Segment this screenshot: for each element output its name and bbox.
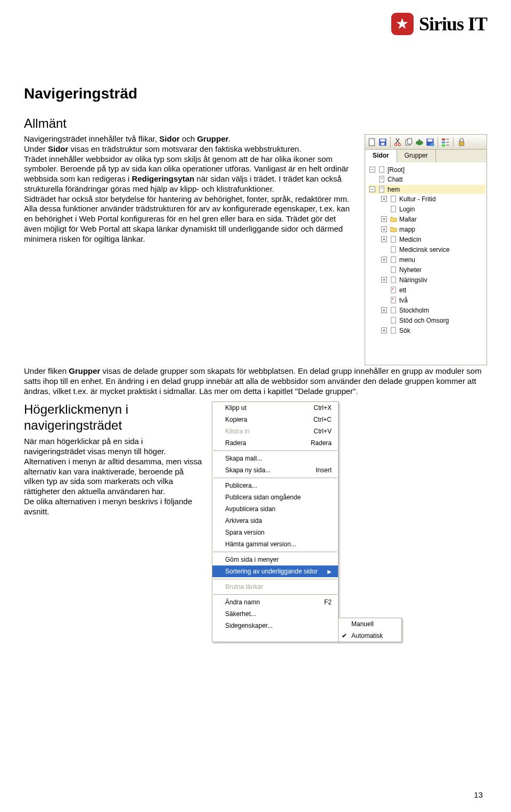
menu-skapa-mall[interactable]: Skapa mall... bbox=[212, 453, 338, 464]
para3: När man högerklickar på en sida i navige… bbox=[24, 437, 202, 516]
page-title: Navigeringsträd bbox=[24, 85, 487, 102]
tree-item-naringsliv[interactable]: +Näringsliv bbox=[380, 275, 485, 284]
para2-container: Under fliken Grupper visas de delade gru… bbox=[24, 366, 487, 396]
menu-gom-sida[interactable]: Göm sida i menyer bbox=[212, 554, 338, 565]
collapse-icon[interactable]: − bbox=[369, 167, 375, 173]
collapse-icon[interactable]: − bbox=[369, 186, 375, 192]
page-icon bbox=[390, 235, 398, 243]
tree-item-stod[interactable]: Stöd och Omsorg bbox=[380, 316, 485, 325]
submenu-automatisk[interactable]: ✔Automatisk bbox=[339, 630, 401, 642]
menu-sidegenskaper[interactable]: Sidegenskaper... bbox=[212, 620, 338, 631]
svg-rect-27 bbox=[380, 186, 384, 192]
tree-icon[interactable] bbox=[441, 137, 450, 147]
tree-item-menu[interactable]: +menu bbox=[380, 255, 485, 264]
section-allmant-heading: Allmänt bbox=[24, 116, 487, 131]
tree-label: Nyheter bbox=[399, 266, 422, 274]
expand-icon[interactable]: + bbox=[381, 257, 387, 263]
submenu-manuell[interactable]: Manuell bbox=[339, 618, 401, 630]
menu-separator bbox=[213, 594, 337, 595]
expand-icon[interactable]: + bbox=[381, 216, 387, 222]
svg-rect-24 bbox=[380, 176, 384, 182]
new-page-icon[interactable] bbox=[367, 137, 377, 147]
expand-icon[interactable]: + bbox=[381, 277, 387, 283]
svg-point-8 bbox=[398, 143, 401, 146]
context-menus: Klipp utCtrl+X KopieraCtrl+C Klistra inC… bbox=[212, 401, 402, 642]
menu-skapa-ny-sida[interactable]: Skapa ny sida...Insert bbox=[212, 464, 338, 476]
svg-rect-22 bbox=[459, 141, 464, 145]
expand-icon[interactable]: + bbox=[381, 327, 387, 333]
context-menu-main: Klipp utCtrl+X KopieraCtrl+C Klistra inC… bbox=[212, 401, 339, 642]
expand-icon[interactable]: + bbox=[381, 307, 387, 313]
folder-icon bbox=[390, 215, 398, 223]
tree-label: [Root] bbox=[388, 166, 405, 174]
tree-root[interactable]: −[Root] bbox=[368, 165, 485, 174]
menu-sortering[interactable]: Sortering av underliggande sidor▶ bbox=[212, 565, 338, 577]
cut-icon[interactable] bbox=[393, 137, 403, 147]
tree-item-mapp[interactable]: +mapp bbox=[380, 225, 485, 234]
menu-klistra-in: Klistra inCtrl+V bbox=[212, 425, 338, 437]
publish-icon[interactable] bbox=[415, 137, 424, 147]
tree-label: Kultur - Fritid bbox=[399, 195, 436, 203]
tree-label: Sök bbox=[399, 327, 410, 334]
tree-item-tva[interactable]: två bbox=[380, 296, 485, 305]
page-icon bbox=[390, 205, 398, 213]
expand-icon[interactable]: + bbox=[381, 236, 387, 242]
toolbar-separator bbox=[438, 137, 438, 147]
page-icon bbox=[378, 185, 386, 193]
expand-icon[interactable]: + bbox=[381, 226, 387, 232]
tree-item-nyheter[interactable]: Nyheter bbox=[380, 265, 485, 274]
context-menu-sub: Manuell ✔Automatisk bbox=[338, 618, 402, 642]
page-number: 13 bbox=[474, 790, 483, 799]
menu-separator bbox=[213, 450, 337, 451]
svg-rect-23 bbox=[380, 167, 384, 173]
tree-item-ett[interactable]: ett bbox=[380, 285, 485, 294]
tree-item-kultur[interactable]: +Kultur - Fritid bbox=[380, 194, 485, 203]
menu-publicera[interactable]: Publicera... bbox=[212, 480, 338, 491]
page-icon bbox=[378, 166, 386, 174]
logo: ★ Sirius IT bbox=[391, 13, 487, 35]
tree-item-stockholm[interactable]: +Stockholm bbox=[380, 306, 485, 315]
tab-sidor[interactable]: Sidor bbox=[365, 150, 397, 162]
copy-icon[interactable] bbox=[404, 137, 414, 147]
tree-item-medicin[interactable]: +Medicin bbox=[380, 235, 485, 244]
tree-item-mallar[interactable]: +Mallar bbox=[380, 215, 485, 224]
menu-sakerhet[interactable]: Säkerhet... bbox=[212, 608, 338, 620]
menu-avpublicera[interactable]: Avpublicera sidan bbox=[212, 503, 338, 515]
save-icon[interactable] bbox=[378, 137, 388, 147]
tree-label: Login bbox=[399, 206, 415, 213]
section-ctxmenu-heading: Högerklickmenyn i navigeringsträdet bbox=[24, 401, 202, 433]
menu-spara-version[interactable]: Spara version bbox=[212, 527, 338, 538]
tree-item-hem[interactable]: −hem bbox=[368, 185, 485, 194]
svg-rect-17 bbox=[442, 141, 445, 143]
tree-item-medserv[interactable]: Medicinsk service bbox=[380, 245, 485, 254]
tree-item-sok[interactable]: +Sök bbox=[380, 326, 485, 335]
tree-item-chatt[interactable]: Chatt bbox=[368, 175, 485, 184]
svg-rect-34 bbox=[391, 257, 395, 263]
menu-publicera-omg[interactable]: Publicera sidan omgående bbox=[212, 491, 338, 503]
tree: −[Root] Chatt −hem +Kultur - Fritid Logi… bbox=[365, 162, 487, 365]
menu-hamta-gammal[interactable]: Hämta gammal version... bbox=[212, 538, 338, 550]
expand-icon[interactable]: + bbox=[381, 196, 387, 202]
svg-rect-31 bbox=[391, 206, 395, 212]
svg-rect-12 bbox=[419, 139, 420, 142]
nav-panel: Sidor Grupper −[Root] Chatt −hem +Kultur… bbox=[365, 134, 487, 365]
svg-rect-14 bbox=[428, 139, 433, 142]
menu-arkivera[interactable]: Arkivera sida bbox=[212, 515, 338, 527]
menu-andra-namn[interactable]: Ändra namnF2 bbox=[212, 596, 338, 608]
submenu-arrow-icon: ▶ bbox=[327, 569, 332, 575]
menu-klipp-ut[interactable]: Klipp utCtrl+X bbox=[212, 402, 338, 414]
version-icon[interactable] bbox=[425, 137, 435, 147]
svg-rect-32 bbox=[391, 236, 395, 242]
toolbar-separator bbox=[453, 137, 454, 147]
svg-rect-33 bbox=[391, 247, 395, 252]
tree-item-login[interactable]: Login bbox=[380, 204, 485, 214]
logo-text: Sirius IT bbox=[419, 13, 487, 35]
tree-label: två bbox=[399, 297, 408, 304]
page-icon bbox=[390, 316, 398, 324]
permissions-icon[interactable] bbox=[456, 137, 466, 147]
menu-radera[interactable]: RaderaRadera bbox=[212, 437, 338, 449]
tab-grupper[interactable]: Grupper bbox=[397, 150, 436, 162]
page-icon bbox=[390, 266, 398, 274]
page-icon bbox=[390, 326, 398, 334]
menu-kopiera[interactable]: KopieraCtrl+C bbox=[212, 414, 338, 425]
